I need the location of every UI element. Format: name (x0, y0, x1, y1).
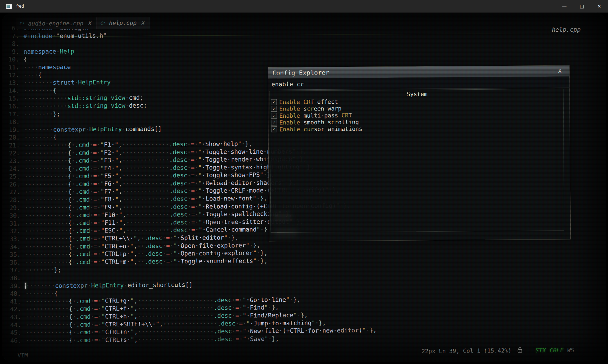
config-search-value: enable cr (271, 81, 304, 88)
line-number: 11. (2, 63, 24, 71)
line-number: 26. (2, 181, 25, 189)
line-text: ········struct·HelpEntry (24, 78, 111, 87)
status-flag-ws: WS (567, 347, 574, 353)
line-number: 34. (2, 243, 25, 251)
line-number: 45. (2, 329, 25, 337)
tab-label: help.cpp (109, 20, 137, 26)
line-number: 36. (2, 259, 25, 266)
popup-close-icon[interactable]: X (558, 68, 565, 74)
tab-bar: C⁺audio-engine.cppXC⁺help.cppX (16, 17, 150, 30)
line-number: 23. (2, 157, 24, 165)
config-option-list: System ✓Enable CRT effect✓Enable screen … (269, 89, 564, 233)
checkbox-icon[interactable]: ✓ (271, 120, 277, 125)
line-number: 38. (2, 274, 25, 282)
line-number: 19. (2, 126, 24, 134)
crt-ghost-artifact (273, 213, 291, 221)
window-title: fred (16, 4, 24, 9)
line-text: ········constexpr·HelpEntry·editor_short… (25, 281, 193, 290)
popup-body: System ✓Enable CRT effect✓Enable screen … (268, 87, 570, 241)
line-text: ········{ (25, 290, 58, 298)
config-option-label: Enable cursor animations (279, 126, 362, 133)
checkbox-icon[interactable]: ✓ (271, 126, 277, 132)
line-text: ········}; (24, 110, 60, 118)
tab-label: audio-engine.cpp (28, 20, 83, 27)
tab-help.cpp[interactable]: C⁺help.cppX (97, 17, 150, 29)
line-number: 43. (2, 313, 25, 321)
filename-overlay: help.cpp (552, 26, 581, 33)
minimize-button[interactable]: — (556, 0, 573, 13)
line-number: 9. (2, 48, 24, 56)
line-text: ····namespace (24, 63, 71, 71)
window-controls: —□✕ (556, 0, 608, 13)
line-number: 30. (2, 212, 25, 220)
line-number: 44. (2, 321, 25, 329)
line-text: ············{·.cmd·=·"CTRL+s·",·········… (26, 335, 279, 344)
line-number: 18. (2, 118, 24, 126)
line-text: ········{ (24, 134, 57, 141)
checkbox-icon[interactable]: ✓ (271, 113, 277, 119)
config-option-label: Enable multi-pass CRT (279, 112, 352, 119)
screen-content: C⁺audio-engine.cppXC⁺help.cppX help.cpp … (2, 13, 606, 362)
line-number: 22. (2, 149, 24, 157)
line-number: 31. (2, 220, 25, 227)
line-text: { (24, 56, 27, 63)
status-right-cluster: 22px Ln 39, Col 1 (15.42%) STXCRLFWS (421, 346, 574, 355)
line-number: 35. (2, 251, 25, 259)
line-number: 17. (2, 110, 24, 118)
crt-ghost-artifact (275, 229, 297, 236)
status-flag-stx: STX (535, 347, 546, 354)
line-number: 7. (2, 32, 23, 40)
cursor-position-info: 22px Ln 39, Col 1 (15.42%) (421, 347, 511, 354)
line-number: 15. (2, 95, 24, 103)
config-option-label: Enable smooth scrolling (279, 119, 359, 126)
line-number: 29. (2, 204, 25, 212)
line-text: namespace·Help (23, 48, 74, 56)
line-number: 37. (2, 266, 25, 274)
status-flag-crlf: CRLF (550, 347, 564, 354)
tab-close-icon[interactable]: X (88, 20, 92, 26)
line-number: 32. (2, 227, 25, 235)
line-text: ········constexpr·HelpEntry·commands[] (24, 125, 162, 134)
checkbox-icon[interactable]: ✓ (271, 106, 277, 112)
maximize-button[interactable]: □ (573, 0, 591, 13)
line-number: 8. (2, 40, 23, 48)
line-number: 13. (2, 79, 24, 87)
tab-close-icon[interactable]: X (142, 20, 145, 26)
app-icon (6, 4, 12, 9)
line-number: 40. (2, 290, 25, 298)
line-text: ····{ (24, 71, 42, 79)
checkbox-icon[interactable]: ✓ (271, 99, 277, 105)
line-text: ············std::string_view·cmd; (24, 94, 143, 103)
line-number: 28. (2, 196, 25, 204)
tab-audio-engine.cpp[interactable]: C⁺audio-engine.cppX (16, 17, 97, 29)
config-explorer-popup: Config Explorer X enable cr System ✓Enab… (268, 65, 571, 241)
window-titlebar: fred —□✕ (0, 0, 608, 13)
line-text: #include·"enum-utils.h" (23, 32, 107, 40)
line-number: 41. (2, 298, 25, 306)
cpp-icon: C⁺ (20, 21, 25, 26)
close-button[interactable]: ✕ (591, 0, 608, 13)
status-bar: VIM 22px Ln 39, Col 1 (15.42%) STXCRLFWS (2, 345, 606, 362)
cpp-icon: C⁺ (100, 20, 106, 26)
config-option-label: Enable CRT effect (279, 98, 338, 105)
app-window: { "window": { "title": "fred", "controls… (0, 0, 608, 364)
line-number: 25. (2, 173, 25, 181)
line-number: 46. (2, 337, 26, 345)
line-number: 20. (2, 134, 24, 142)
line-number: 33. (2, 235, 25, 243)
line-number: 42. (2, 305, 25, 313)
line-number: 12. (2, 71, 24, 79)
line-number: 27. (2, 189, 25, 196)
line-number: 39. (2, 282, 25, 290)
line-number: 24. (2, 165, 25, 173)
line-text: ········{ (24, 87, 56, 95)
line-number: 21. (2, 142, 24, 150)
line-number: 10. (2, 56, 24, 64)
popup-title: Config Explorer (272, 69, 329, 77)
line-number: 16. (2, 102, 24, 110)
line-text: ········}; (25, 266, 61, 274)
line-number: 14. (2, 87, 24, 95)
editor-screen: C⁺audio-engine.cppXC⁺help.cppX help.cpp … (2, 13, 606, 362)
lock-icon (517, 347, 523, 355)
vim-mode-indicator: VIM (17, 352, 28, 359)
